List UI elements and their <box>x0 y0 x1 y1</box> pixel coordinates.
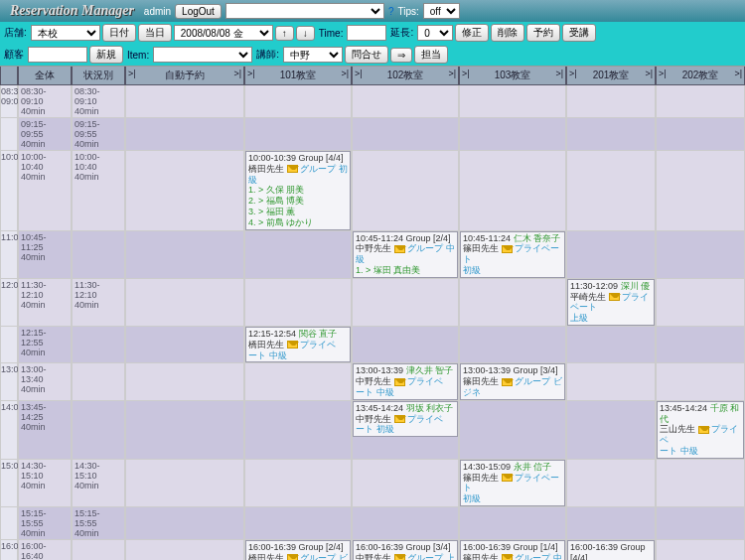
store-select[interactable]: 本校 <box>31 25 100 41</box>
col-nav-left[interactable]: >| <box>659 69 667 78</box>
slot-cell[interactable]: 10:45-11:2540min <box>18 231 72 279</box>
slot-cell[interactable]: 14:30-15:1040min <box>72 460 125 507</box>
schedule-cell[interactable]: 14:30-15:09 永井 信子篠田先生 プライベート初級 <box>459 460 566 507</box>
new-button[interactable]: 新規 <box>89 46 123 64</box>
schedule-cell[interactable]: 10:45-11:24 Group [2/4]中野先生 グループ 中級1. > … <box>352 231 459 279</box>
slot-cell[interactable] <box>72 327 125 363</box>
col-nav-left[interactable]: >| <box>569 69 577 78</box>
schedule-cell[interactable] <box>656 231 745 279</box>
slot-cell[interactable]: 12:15-12:5540min <box>18 327 72 363</box>
slot-cell[interactable]: 11:30-12:1040min <box>18 279 72 327</box>
schedule-cell[interactable] <box>125 279 244 327</box>
schedule-cell[interactable]: 13:45-14:24 千原 和代三山先生 プライベート 中級 <box>656 401 745 460</box>
slot-cell[interactable]: 10:00-10:4040min <box>72 151 125 231</box>
schedule-cell[interactable]: 13:45-14:24 羽坂 利衣子中野先生 プライベート 初級 <box>352 401 459 460</box>
schedule-cell[interactable] <box>125 327 244 363</box>
slot-cell[interactable]: 08:30-09:1040min <box>72 85 125 118</box>
schedule-cell[interactable] <box>656 151 745 231</box>
schedule-cell[interactable]: 12:15-12:54 関谷 直子橋田先生 プライベート 中級 <box>244 327 352 363</box>
schedule-cell[interactable]: 11:30-12:09 深川 優平崎先生 プライベート上級 <box>566 279 656 327</box>
slot-cell[interactable] <box>72 231 125 279</box>
schedule-cell[interactable] <box>566 460 656 507</box>
schedule-cell[interactable] <box>352 460 459 507</box>
ext-select[interactable]: 0 <box>417 25 453 41</box>
schedule-cell[interactable]: 16:00-16:39 Group [1/4]篠田先生 グループ 中級1. > … <box>459 540 566 560</box>
schedule-cell[interactable] <box>125 363 244 400</box>
schedule-cell[interactable] <box>459 327 566 363</box>
schedule-cell[interactable]: 16:00-16:39 Group [3/4]中野先生 グループ 上級1. > … <box>352 540 459 560</box>
schedule-cell[interactable] <box>566 507 656 540</box>
schedule-cell[interactable] <box>352 327 459 363</box>
appointment[interactable]: 12:15-12:54 関谷 直子橋田先生 プライベート 中級 <box>245 327 351 362</box>
appointment[interactable]: 10:00-10:39 Group [4/4]橋田先生 グループ 初級1. > … <box>245 151 351 230</box>
appointment[interactable]: 16:00-16:39 Group [3/4]中野先生 グループ 上級1. > … <box>353 540 458 560</box>
schedule-cell[interactable] <box>244 363 352 400</box>
appointment[interactable]: 16:00-16:39 Group [2/4]橋田先生 グループ ビジネス <box>245 540 351 560</box>
cust-input[interactable] <box>28 47 87 63</box>
teacher-select[interactable]: 中野 <box>283 47 343 63</box>
schedule-cell[interactable] <box>566 327 656 363</box>
appointment[interactable]: 13:45-14:24 千原 和代三山先生 プライベート 中級 <box>657 401 744 459</box>
schedule-cell[interactable] <box>656 327 745 363</box>
schedule-cell[interactable] <box>352 507 459 540</box>
slot-cell[interactable] <box>72 540 125 560</box>
item-select[interactable] <box>153 47 252 63</box>
schedule-cell[interactable] <box>459 151 566 231</box>
schedule-cell[interactable]: 10:45-11:24 仁木 香奈子篠田先生 プライベート初級 <box>459 231 566 279</box>
appointment[interactable]: 16:00-16:39 Group [1/4]篠田先生 グループ 中級1. > … <box>460 540 565 560</box>
slot-cell[interactable]: 09:15-09:5540min <box>72 118 125 151</box>
arrow-button[interactable]: ⇒ <box>390 48 412 63</box>
col-nav-left[interactable]: >| <box>355 69 363 78</box>
schedule-cell[interactable] <box>125 460 244 507</box>
schedule-cell[interactable]: 13:00-13:39 津久井 智子中野先生 プライベート 中級 <box>352 363 459 400</box>
reserve-button[interactable]: 予約 <box>526 24 560 42</box>
schedule-cell[interactable] <box>459 118 566 151</box>
header-select[interactable] <box>225 3 384 19</box>
schedule-cell[interactable] <box>566 231 656 279</box>
schedule-cell[interactable] <box>656 507 745 540</box>
schedule-cell[interactable] <box>125 401 244 460</box>
schedule-cell[interactable] <box>459 401 566 460</box>
schedule-cell[interactable] <box>125 507 244 540</box>
col-nav-right[interactable]: >| <box>734 69 742 78</box>
schedule-cell[interactable] <box>125 118 244 151</box>
slot-cell[interactable]: 16:00-16:4040min <box>18 540 72 560</box>
inquiry-button[interactable]: 問合せ <box>345 46 388 64</box>
slot-cell[interactable]: 13:45-14:2540min <box>18 401 72 460</box>
appointment[interactable]: 14:30-15:09 永井 信子篠田先生 プライベート初級 <box>460 460 565 506</box>
assign-button[interactable]: 担当 <box>414 46 448 64</box>
schedule-cell[interactable] <box>352 151 459 231</box>
schedule-cell[interactable] <box>566 401 656 460</box>
schedule-cell[interactable]: 13:00-13:39 Group [3/4]篠田先生 グループ ビジネ <box>459 363 566 400</box>
slot-cell[interactable] <box>72 401 125 460</box>
slot-cell[interactable]: 13:00-13:4040min <box>18 363 72 400</box>
date-select[interactable]: 2008/08/08 金 <box>174 25 273 41</box>
schedule-cell[interactable] <box>459 85 566 118</box>
appointment[interactable]: 10:45-11:24 仁木 香奈子篠田先生 プライベート初級 <box>460 231 565 278</box>
schedule-cell[interactable] <box>656 540 745 560</box>
schedule-cell[interactable] <box>244 231 352 279</box>
appointment[interactable]: 13:00-13:39 Group [3/4]篠田先生 グループ ビジネ <box>460 363 565 399</box>
schedule-cell[interactable] <box>125 151 244 231</box>
schedule-cell[interactable] <box>352 279 459 327</box>
schedule-cell[interactable] <box>244 401 352 460</box>
schedule-cell[interactable]: 10:00-10:39 Group [4/4]橋田先生 グループ 初級1. > … <box>244 151 352 231</box>
schedule-cell[interactable] <box>566 85 656 118</box>
slot-cell[interactable] <box>72 363 125 400</box>
appointment[interactable]: 10:45-11:24 Group [2/4]中野先生 グループ 中級1. > … <box>353 231 458 278</box>
prev-button[interactable]: ↑ <box>275 26 294 41</box>
schedule-cell[interactable] <box>244 460 352 507</box>
schedule-cell[interactable] <box>244 85 352 118</box>
schedule-cell[interactable]: 16:00-16:39 Group [2/4]橋田先生 グループ ビジネス <box>244 540 352 560</box>
col-nav-left[interactable]: >| <box>247 69 255 78</box>
slot-cell[interactable]: 08:30-09:1040min <box>18 85 72 118</box>
today-button[interactable]: 当日 <box>138 24 172 42</box>
col-nav-right[interactable]: >| <box>448 69 456 78</box>
col-nav-right[interactable]: >| <box>645 69 653 78</box>
date-button[interactable]: 日付 <box>102 24 136 42</box>
schedule-cell[interactable] <box>244 507 352 540</box>
col-nav-left[interactable]: >| <box>128 69 136 78</box>
slot-cell[interactable]: 10:00-10:4040min <box>18 151 72 231</box>
schedule-cell[interactable] <box>656 279 745 327</box>
schedule-cell[interactable] <box>125 231 244 279</box>
